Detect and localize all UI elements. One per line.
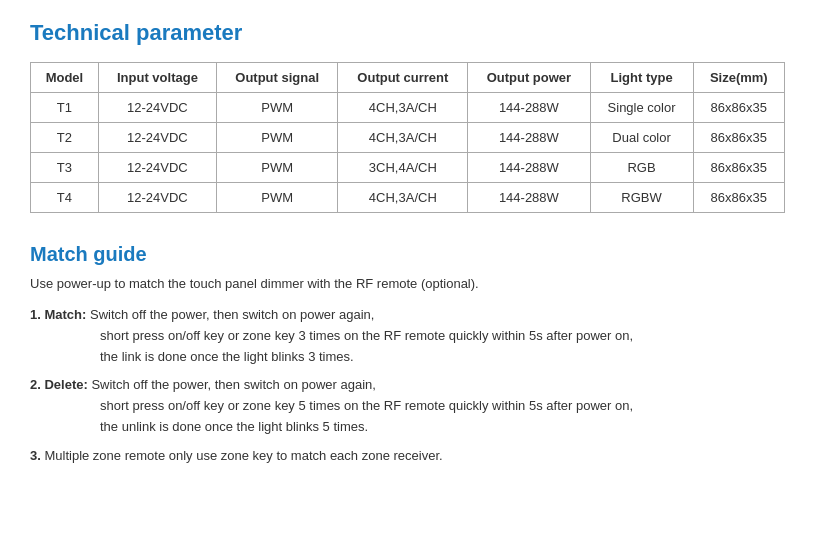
- table-cell: PWM: [216, 123, 337, 153]
- table-cell: T2: [31, 123, 99, 153]
- match-guide-title: Match guide: [30, 243, 785, 266]
- table-cell: 144-288W: [468, 183, 590, 213]
- table-cell: RGB: [590, 153, 693, 183]
- table-cell: 3CH,4A/CH: [338, 153, 468, 183]
- table-cell: 4CH,3A/CH: [338, 183, 468, 213]
- match-guide-section: Match guide Use power-up to match the to…: [30, 243, 785, 467]
- table-cell: 144-288W: [468, 123, 590, 153]
- table-header-row: ModelInput voltageOutput signalOutput cu…: [31, 63, 785, 93]
- list-item: 2. Delete: Switch off the power, then sw…: [30, 375, 785, 437]
- table-header-cell: Output signal: [216, 63, 337, 93]
- table-cell: 144-288W: [468, 153, 590, 183]
- table-row: T212-24VDCPWM4CH,3A/CH144-288WDual color…: [31, 123, 785, 153]
- table-header-cell: Output power: [468, 63, 590, 93]
- table-cell: 12-24VDC: [98, 123, 216, 153]
- table-cell: PWM: [216, 93, 337, 123]
- list-item: 3. Multiple zone remote only use zone ke…: [30, 446, 785, 467]
- table-cell: T4: [31, 183, 99, 213]
- table-cell: PWM: [216, 183, 337, 213]
- table-header-cell: Input voltage: [98, 63, 216, 93]
- table-cell: 86x86x35: [693, 153, 784, 183]
- page-title: Technical parameter: [30, 20, 785, 46]
- table-row: T112-24VDCPWM4CH,3A/CH144-288WSingle col…: [31, 93, 785, 123]
- table-row: T412-24VDCPWM4CH,3A/CH144-288WRGBW86x86x…: [31, 183, 785, 213]
- table-cell: 86x86x35: [693, 183, 784, 213]
- table-row: T312-24VDCPWM3CH,4A/CH144-288WRGB86x86x3…: [31, 153, 785, 183]
- table-cell: 12-24VDC: [98, 183, 216, 213]
- table-cell: 12-24VDC: [98, 153, 216, 183]
- table-cell: 12-24VDC: [98, 93, 216, 123]
- table-cell: 4CH,3A/CH: [338, 123, 468, 153]
- table-cell: RGBW: [590, 183, 693, 213]
- list-item: 1. Match: Switch off the power, then swi…: [30, 305, 785, 367]
- table-header-cell: Light type: [590, 63, 693, 93]
- table-cell: 86x86x35: [693, 123, 784, 153]
- table-cell: 4CH,3A/CH: [338, 93, 468, 123]
- technical-table: ModelInput voltageOutput signalOutput cu…: [30, 62, 785, 213]
- table-cell: 86x86x35: [693, 93, 784, 123]
- match-guide-intro: Use power-up to match the touch panel di…: [30, 276, 785, 291]
- table-cell: Single color: [590, 93, 693, 123]
- table-cell: T3: [31, 153, 99, 183]
- table-cell: 144-288W: [468, 93, 590, 123]
- table-header-cell: Size(mm): [693, 63, 784, 93]
- table-cell: T1: [31, 93, 99, 123]
- table-header-cell: Model: [31, 63, 99, 93]
- table-header-cell: Output current: [338, 63, 468, 93]
- table-cell: Dual color: [590, 123, 693, 153]
- match-list: 1. Match: Switch off the power, then swi…: [30, 305, 785, 467]
- table-cell: PWM: [216, 153, 337, 183]
